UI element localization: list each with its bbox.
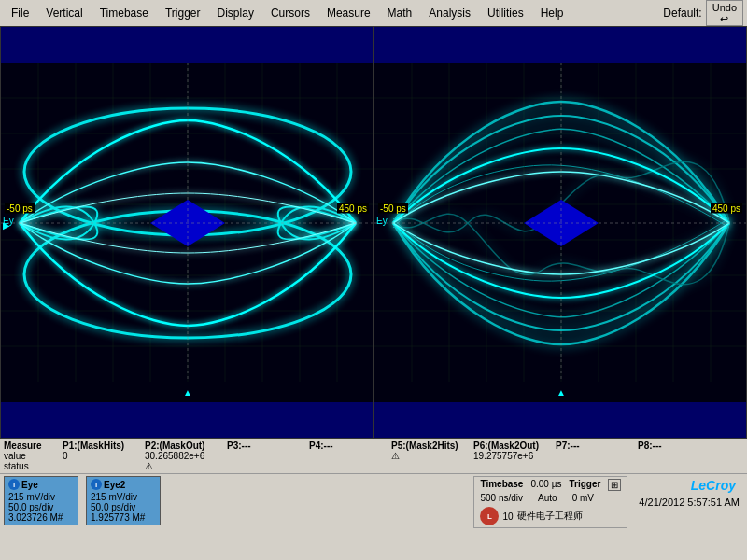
timebase-label: Timebase [480, 479, 523, 491]
tb-mode: Auto [538, 493, 557, 503]
undo-button[interactable]: Undo ↩ [706, 0, 743, 26]
timebase-box: Timebase 0.00 µs Trigger ⊞ 500 ns/div Au… [473, 476, 627, 528]
menu-timebase[interactable]: Timebase [92, 5, 156, 21]
scope-bottom-bar-1 [1, 402, 373, 438]
ey-label-2: Ey [376, 216, 388, 226]
ch1-line2: 50.0 ps/div [8, 502, 74, 512]
p4-label: P4:--- [309, 441, 384, 451]
svg-text:▲: ▲ [557, 387, 566, 398]
measure-p1: P1:(MaskHits) 0 [63, 441, 137, 471]
p6-label: P6:(Mask2Out) [473, 441, 548, 451]
status-bar: Measure value status P1:(MaskHits) 0 P2:… [0, 439, 747, 560]
measure-status-label: status [4, 461, 55, 471]
svg-text:▲: ▲ [183, 387, 192, 398]
timebase-value: 0.00 µs [530, 479, 561, 491]
menu-measure[interactable]: Measure [319, 5, 378, 21]
datetime: 4/21/2012 5:57:51 AM [635, 495, 743, 510]
p2-label: P2:(MaskOut) [145, 441, 219, 451]
time-label-left-2: -50 ps [378, 203, 408, 213]
time-label-left-1: -50 ps [5, 203, 35, 213]
brand-text: 硬件电子工程师 [517, 510, 583, 523]
tb-speed: 500 ns/div [480, 493, 523, 503]
measure-p6: P6:(Mask2Out) 19.275757e+6 [473, 441, 548, 471]
menu-vertical[interactable]: Vertical [38, 5, 90, 21]
p1-label: P1:(MaskHits) [63, 441, 137, 451]
trigger-label: Trigger [569, 479, 600, 491]
p2-status: ⚠ [145, 461, 219, 471]
channel-eye2[interactable]: i Eye2 215 mV/div 50.0 ps/div 1.925773 M… [86, 476, 161, 525]
ch2-line1: 215 mV/div [91, 492, 156, 502]
ch1-line1: 215 mV/div [8, 492, 74, 502]
default-label: Default: Undo ↩ [663, 0, 743, 26]
p2-value: 30.265882e+6 [145, 451, 219, 461]
menu-cursors[interactable]: Cursors [263, 5, 317, 21]
eye-diagram-2: ▲ [374, 27, 746, 438]
p1-value: 0 [63, 451, 137, 461]
p6-value: 19.275757e+6 [473, 451, 548, 461]
ch2-line2: 50.0 ps/div [91, 502, 156, 512]
lebroy-logo: LeCroy [684, 476, 743, 495]
p8-label: P8:--- [638, 441, 712, 451]
ch2-line3: 1.925773 M# [91, 512, 156, 523]
channel-eye1[interactable]: i Eye 215 mV/div 50.0 ps/div 3.023726 M# [4, 476, 78, 525]
eye-diagram-1: ▲ ▶ [1, 27, 373, 438]
ch1-name: Eye [21, 480, 38, 490]
p5-status: ⚠ [391, 451, 466, 461]
measure-p3: P3:--- [227, 441, 302, 471]
ch1-icon: i [8, 479, 20, 490]
scope-bottom-bar-2 [374, 402, 746, 438]
measure-row: Measure value status P1:(MaskHits) 0 P2:… [0, 439, 747, 474]
p5-label: P5:(Mask2Hits) [391, 441, 466, 451]
menu-file[interactable]: File [4, 5, 36, 21]
scope-panel-1: ▲ ▶ 860 mV -860 mV -50 ps 450 ps Ey [0, 26, 374, 439]
time-label-right-2: 450 ps [711, 203, 742, 213]
p3-label: P3:--- [227, 441, 302, 451]
p7-label: P7:--- [556, 441, 630, 451]
measure-p8: P8:--- [638, 441, 712, 471]
ch2-icon: i [91, 479, 102, 490]
scope-top-bar-1 [1, 27, 373, 63]
scope-top-bar-2 [374, 27, 746, 63]
measure-label: Measure [4, 441, 55, 451]
measure-header: Measure value status [4, 441, 55, 471]
trigger-value: ⊞ [608, 479, 621, 491]
tb-level: 0 mV [572, 493, 594, 503]
menubar: File Vertical Timebase Trigger Display C… [0, 0, 747, 26]
time-label-right-1: 450 ps [337, 203, 369, 213]
ey-label-1: Ey [3, 216, 14, 226]
main-area: ▲ ▶ 860 mV -860 mV -50 ps 450 ps Ey [0, 26, 747, 560]
menu-trigger[interactable]: Trigger [158, 5, 208, 21]
menu-help[interactable]: Help [533, 5, 571, 21]
menu-analysis[interactable]: Analysis [421, 5, 478, 21]
channel-row: i Eye 215 mV/div 50.0 ps/div 3.023726 M#… [0, 474, 747, 560]
waveform-row: ▲ ▶ 860 mV -860 mV -50 ps 450 ps Ey [0, 26, 747, 439]
menu-display[interactable]: Display [210, 5, 261, 21]
measure-p5: P5:(Mask2Hits) ⚠ [391, 441, 466, 471]
measure-value-label: value [4, 451, 55, 461]
scope-panel-2: ▲ 860 mV -860 mV -50 ps 450 ps Ey [374, 26, 747, 439]
menu-math[interactable]: Math [380, 5, 420, 21]
channel-count: 10 [502, 511, 513, 522]
menu-utilities[interactable]: Utilities [480, 5, 531, 21]
measure-p4: P4:--- [309, 441, 384, 471]
measure-p2: P2:(MaskOut) 30.265882e+6 ⚠ [145, 441, 219, 471]
ch2-name: Eye2 [104, 480, 125, 490]
measure-p7: P7:--- [556, 441, 630, 471]
brand-icon: L [480, 507, 499, 525]
ch1-line3: 3.023726 M# [8, 512, 74, 523]
